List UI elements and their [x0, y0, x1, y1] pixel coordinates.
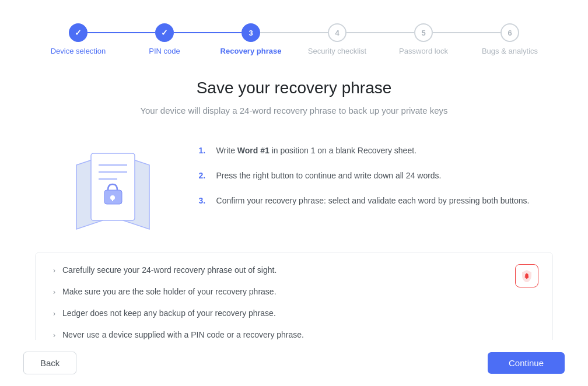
instruction-1: 1. Write Word #1 in position 1 on a blan…	[199, 145, 530, 157]
step-circle-5: 5	[414, 23, 433, 42]
step-circle-4: 4	[328, 23, 346, 42]
warning-text-1: Carefully secure your 24-word recovery p…	[62, 264, 276, 276]
warning-text-4: Never use a device supplied with a PIN c…	[62, 329, 304, 341]
step-circle-3: 3	[242, 23, 260, 42]
step-number-5: 5	[421, 29, 425, 37]
connector-5	[433, 32, 501, 33]
step-label-2: PIN code	[149, 47, 180, 55]
step-device-selection: ✓ Device selection	[35, 23, 121, 55]
step-security-checklist: 4 Security checklist	[294, 23, 380, 55]
chevron-icon-1: ›	[53, 265, 55, 276]
step-label-5: Password lock	[399, 47, 448, 55]
connector-3	[260, 32, 328, 33]
warning-text-2: Make sure you are the sole holder of you…	[62, 286, 276, 298]
recovery-illustration	[59, 139, 164, 234]
connector-1	[88, 32, 155, 33]
step-pin-code: ✓ PIN code	[121, 23, 208, 55]
warning-text-3: Ledger does not keep any backup of your …	[62, 307, 276, 320]
main-content: Save your recovery phrase Your device wi…	[0, 67, 588, 115]
step-password-lock: 5 Password lock	[380, 23, 467, 55]
instruction-3: 3. Confirm your recovery phrase: select …	[199, 195, 530, 207]
instruction-number-3: 3.	[199, 195, 209, 207]
step-label-3: Recovery phrase	[220, 47, 282, 55]
connector-4	[346, 32, 414, 33]
checkmark-icon-2: ✓	[161, 28, 168, 37]
chevron-icon-2: ›	[53, 287, 55, 297]
shield-warning-icon	[515, 264, 538, 287]
content-area: 1. Write Word #1 in position 1 on a blan…	[0, 139, 588, 234]
step-circle-6: 6	[501, 23, 519, 42]
warning-item-2: › Make sure you are the sole holder of y…	[53, 286, 517, 298]
instruction-text-1: Write Word #1 in position 1 on a blank R…	[216, 145, 416, 157]
step-number-4: 4	[335, 29, 339, 37]
bottom-bar: Back Continue	[0, 340, 588, 386]
continue-button[interactable]: Continue	[488, 352, 565, 374]
instruction-number-2: 2.	[199, 170, 209, 182]
step-label-1: Device selection	[51, 47, 106, 55]
stepper: ✓ Device selection ✓ PIN code 3 Recovery…	[0, 0, 588, 67]
warning-item-4: › Never use a device supplied with a PIN…	[53, 329, 517, 341]
instructions-list: 1. Write Word #1 in position 1 on a blan…	[199, 139, 530, 220]
step-bugs-analytics: 6 Bugs & analytics	[467, 23, 553, 55]
back-button[interactable]: Back	[23, 352, 76, 374]
step-number-3: 3	[249, 29, 253, 37]
page-title: Save your recovery phrase	[23, 79, 565, 97]
step-number-6: 6	[508, 29, 512, 37]
svg-rect-0	[91, 153, 135, 220]
instruction-number-1: 1.	[199, 145, 209, 157]
step-label-4: Security checklist	[308, 47, 366, 55]
step-label-6: Bugs & analytics	[482, 47, 538, 55]
step-circle-1: ✓	[69, 23, 88, 42]
chevron-icon-3: ›	[53, 308, 55, 319]
warning-item-1: › Carefully secure your 24-word recovery…	[53, 264, 517, 276]
connector-2	[174, 32, 242, 33]
instruction-text-2: Press the right button to continue and w…	[216, 170, 442, 182]
chevron-icon-4: ›	[53, 330, 55, 341]
checkmark-icon-1: ✓	[75, 28, 82, 37]
instruction-text-3: Confirm your recovery phrase: select and…	[216, 195, 530, 207]
page-subtitle: Your device will display a 24-word recov…	[23, 106, 565, 115]
step-recovery-phrase: 3 Recovery phrase	[208, 23, 294, 55]
step-circle-2: ✓	[155, 23, 174, 42]
instruction-2: 2. Press the right button to continue an…	[199, 170, 530, 182]
warning-item-3: › Ledger does not keep any backup of you…	[53, 307, 517, 320]
